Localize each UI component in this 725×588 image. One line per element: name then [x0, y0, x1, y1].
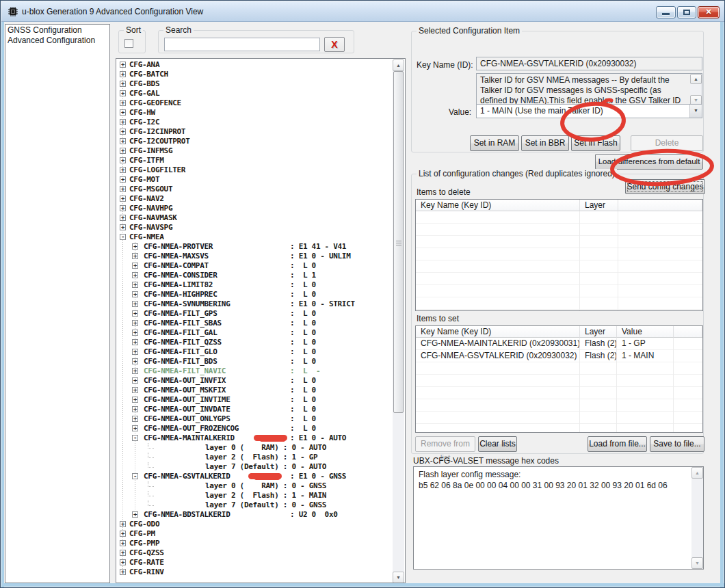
close-button[interactable]: ✕ [698, 6, 720, 18]
tree-item[interactable]: +CFG-BATCH [116, 70, 382, 79]
expand-plus-icon[interactable]: + [132, 511, 138, 518]
expand-plus-icon[interactable]: + [120, 62, 126, 68]
scroll-down-icon[interactable]: ▼ [691, 557, 703, 569]
tree-layer-row[interactable]: layer 7 (Default) : 0 - AUTO [116, 462, 382, 472]
tree-layer-row[interactable]: layer 2 ( Flash) : 1 - MAIN [116, 491, 382, 500]
tree-scrollbar-thumb[interactable] [393, 71, 404, 413]
expand-plus-icon[interactable]: + [132, 406, 138, 412]
description-scrollbar[interactable]: ▲ ▼ [690, 74, 702, 105]
hex-codes-field[interactable]: Flash layer config message: b5 62 06 8a … [413, 466, 704, 570]
expand-plus-icon[interactable]: + [120, 90, 126, 96]
expand-plus-icon[interactable]: + [132, 358, 138, 364]
column-header[interactable] [674, 326, 702, 338]
titlebar[interactable]: u-blox Generation 9 Advanced Configurati… [1, 1, 725, 22]
expand-plus-icon[interactable]: + [132, 320, 138, 326]
tree-item[interactable]: +CFG-NMEA-SVNUMBERING: E1 0 - STRICT [116, 299, 382, 309]
tree-item[interactable]: +CFG-NAV2 [116, 194, 382, 204]
column-header[interactable] [618, 200, 702, 211]
expand-plus-icon[interactable]: + [120, 157, 126, 163]
expand-plus-icon[interactable]: + [120, 186, 126, 192]
tree-item[interactable]: +CFG-NMEA-OUT_INVFIX: L 0 [116, 376, 382, 386]
expand-plus-icon[interactable]: + [132, 243, 138, 250]
expand-plus-icon[interactable]: + [120, 569, 126, 575]
tree-item[interactable]: +CFG-PMP [116, 539, 382, 548]
tree-item[interactable]: +CFG-NMEA-CONSIDER: L 1 [116, 271, 382, 280]
tree-item[interactable]: +CFG-NAVSPG [116, 223, 382, 232]
tree-item[interactable]: -CFG-NMEA-GSVTALKERID: E1 0 - GNSS [116, 472, 382, 481]
collapse-minus-icon[interactable]: - [132, 435, 138, 441]
tree-item[interactable]: +CFG-HW [116, 108, 382, 118]
tree-item[interactable]: +CFG-NMEA-OUT_INVDATE: L 0 [116, 405, 382, 414]
expand-plus-icon[interactable]: + [132, 339, 138, 345]
load-differences-button[interactable]: Load differences from default [595, 154, 703, 170]
sidebar-item-1[interactable]: Advanced Configuration [5, 35, 109, 45]
tree-item[interactable]: +CFG-NMEA-COMPAT: L 0 [116, 261, 382, 271]
column-header[interactable]: Key Name (Key ID) [416, 326, 580, 338]
tree-item[interactable]: +CFG-NMEA-OUT_ONLYGPS: L 0 [116, 414, 382, 424]
tree-item[interactable]: +CFG-NMEA-FILT_BDS: L 0 [116, 357, 382, 366]
column-header[interactable]: Layer [580, 200, 618, 211]
set-in-bbr-button[interactable]: Set in BBR [521, 135, 569, 151]
expand-plus-icon[interactable]: + [120, 129, 126, 135]
expand-plus-icon[interactable]: + [120, 81, 126, 87]
expand-plus-icon[interactable]: + [132, 263, 138, 269]
expand-plus-icon[interactable]: + [132, 349, 138, 355]
expand-plus-icon[interactable]: + [132, 416, 138, 422]
tree-item[interactable]: +CFG-ITFM [116, 156, 382, 165]
expand-plus-icon[interactable]: + [120, 119, 126, 125]
tree-item[interactable]: +CFG-MOT [116, 175, 382, 185]
tree-layer-row[interactable]: layer 0 ( RAM) : 0 - AUTO [116, 443, 382, 453]
scroll-down-icon[interactable]: ▼ [393, 572, 404, 583]
collapse-minus-icon[interactable]: - [120, 234, 126, 240]
tree-item[interactable]: +CFG-I2C [116, 118, 382, 127]
tree-item[interactable]: +CFG-INFMSG [116, 146, 382, 156]
column-header[interactable]: Key Name (Key ID) [416, 200, 580, 211]
tree-item[interactable]: +CFG-NMEA-PROTVER: E1 41 - V41 [116, 242, 382, 252]
table-row[interactable]: CFG-NMEA-GSVTALKERID (0x20930032) ✔Flash… [416, 350, 702, 362]
expand-plus-icon[interactable]: + [120, 205, 126, 211]
expand-plus-icon[interactable]: + [120, 550, 126, 556]
save-to-file-button[interactable]: Save to file... [650, 436, 704, 452]
expand-plus-icon[interactable]: + [120, 71, 126, 77]
expand-plus-icon[interactable]: + [132, 397, 138, 403]
expand-plus-icon[interactable]: + [132, 253, 138, 259]
set-in-ram-button[interactable]: Set in RAM [470, 135, 519, 151]
tree-item[interactable]: +CFG-PM [116, 529, 382, 539]
tree-item[interactable]: +CFG-NAVMASK [116, 213, 382, 223]
expand-plus-icon[interactable]: + [120, 148, 126, 154]
tree-item[interactable]: +CFG-NMEA-OUT_MSKFIX: L 0 [116, 386, 382, 395]
tree-item[interactable]: +CFG-NMEA-LIMIT82: L 0 [116, 280, 382, 290]
maximize-button[interactable] [677, 6, 696, 18]
collapse-minus-icon[interactable]: - [132, 473, 138, 479]
scroll-up-icon[interactable]: ▲ [690, 74, 702, 84]
expand-plus-icon[interactable]: + [120, 167, 126, 173]
tree-scrollbar[interactable]: ▲ ▼ [393, 59, 404, 583]
expand-plus-icon[interactable]: + [132, 282, 138, 288]
set-in-flash-button[interactable]: Set in Flash [571, 135, 620, 151]
tree-item[interactable]: +CFG-BDS [116, 79, 382, 89]
send-config-changes-button[interactable]: Send config changes [625, 179, 705, 194]
tree-item[interactable]: +CFG-NMEA-FILT_GAL: L 0 [116, 328, 382, 338]
tree-item[interactable]: -CFG-NMEA-MAINTALKERID: E1 0 - AUTO [116, 433, 382, 443]
tree-item[interactable]: +CFG-NMEA-BDSTALKERID: U2 0 0x0 [116, 510, 382, 520]
tree-item[interactable]: +CFG-NMEA-OUT_INVTIME: L 0 [116, 395, 382, 405]
tree-layer-row[interactable]: layer 0 ( RAM) : 0 - GNSS [116, 481, 382, 491]
items-to-set-table[interactable]: Key Name (Key ID)LayerValueCFG-NMEA-MAIN… [415, 325, 703, 433]
tree-item[interactable]: +CFG-NMEA-HIGHPREC: L 0 [116, 290, 382, 299]
load-from-file-button[interactable]: Load from file... [588, 436, 647, 452]
expand-plus-icon[interactable]: + [120, 138, 126, 144]
description-field[interactable]: Talker ID for GSV NMEA messages -- By de… [476, 73, 702, 106]
table-row[interactable]: CFG-NMEA-MAINTALKERID (0x20930031) ✔Flas… [416, 338, 702, 350]
hex-scrollbar[interactable]: ▲ ▼ [691, 467, 703, 569]
tree-item[interactable]: +CFG-QZSS [116, 548, 382, 558]
expand-plus-icon[interactable]: + [120, 215, 126, 221]
tree-item[interactable]: +CFG-GEOFENCE [116, 98, 382, 108]
expand-plus-icon[interactable]: + [132, 301, 138, 307]
tree-item[interactable]: +CFG-GAL [116, 89, 382, 98]
tree-item[interactable]: +CFG-NMEA-MAXSVS: E1 0 - UNLIM [116, 252, 382, 261]
expand-plus-icon[interactable]: + [132, 377, 138, 384]
tree-layer-row[interactable]: layer 2 ( Flash) : 1 - GP [116, 453, 382, 462]
sort-checkbox[interactable] [124, 39, 133, 48]
column-header[interactable]: Value [617, 326, 674, 338]
tree-item[interactable]: +CFG-ODO [116, 520, 382, 529]
